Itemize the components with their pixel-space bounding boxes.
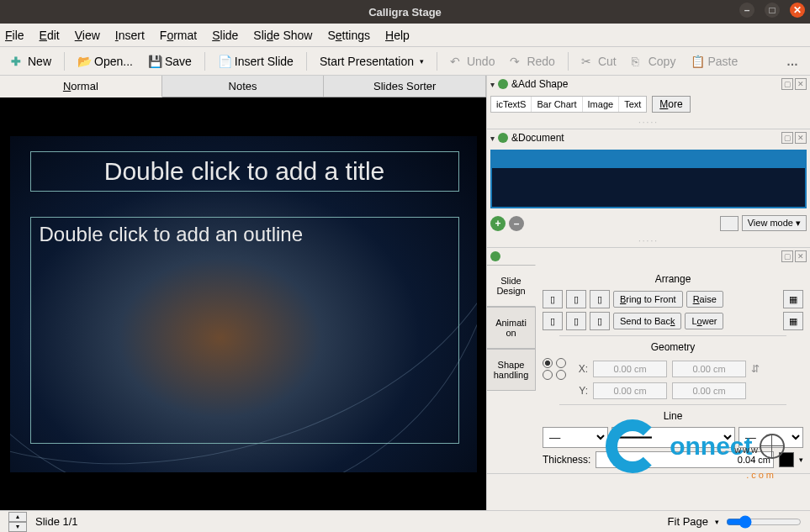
open-label: Open... bbox=[94, 55, 133, 68]
insert-slide-button[interactable]: Insert Slide bbox=[212, 51, 299, 71]
window-maximize-button[interactable]: □ bbox=[765, 3, 780, 18]
tab-notes[interactable]: Notes bbox=[162, 76, 325, 97]
start-presentation-button[interactable]: Start Presentation▾ bbox=[314, 51, 430, 71]
window-title: Calligra Stage bbox=[368, 6, 442, 18]
menu-format[interactable]: Format bbox=[160, 29, 197, 42]
panel-add-shape-title: &Add Shape bbox=[511, 78, 568, 90]
add-slide-button[interactable]: + bbox=[490, 216, 506, 231]
toolbar-separator bbox=[306, 52, 307, 71]
outline-placeholder[interactable]: Double click to add an outline bbox=[30, 217, 459, 444]
send-to-back-button[interactable]: Send to Back bbox=[613, 313, 681, 329]
line-start-cap-select[interactable]: — bbox=[543, 427, 608, 448]
lower-button[interactable]: Lower bbox=[685, 313, 723, 329]
insert-slide-label: Insert Slide bbox=[235, 55, 294, 68]
copy-button[interactable]: Copy bbox=[626, 51, 682, 71]
align-top-button[interactable]: ▯ bbox=[543, 312, 563, 330]
more-shapes-button[interactable]: More bbox=[652, 96, 690, 113]
remove-slide-button[interactable]: – bbox=[509, 216, 524, 231]
lock-aspect-icon[interactable]: ⇵ bbox=[751, 363, 760, 375]
toolbar-separator bbox=[437, 52, 437, 71]
scroll-up-button[interactable]: ▴ bbox=[8, 512, 27, 522]
anchor-grid[interactable] bbox=[543, 358, 568, 380]
panel-float-button[interactable]: ▢ bbox=[781, 132, 793, 144]
open-icon bbox=[77, 55, 91, 68]
save-button[interactable]: Save bbox=[142, 51, 198, 71]
align-center-button[interactable]: ▯ bbox=[566, 290, 586, 308]
redo-button[interactable]: Redo bbox=[504, 51, 560, 71]
start-presentation-label: Start Presentation bbox=[320, 55, 414, 68]
zoom-mode-label[interactable]: Fit Page bbox=[668, 515, 708, 528]
shape-image[interactable]: Image bbox=[583, 97, 620, 112]
view-mode-label: View mode bbox=[748, 218, 793, 228]
toolbar-overflow-button[interactable]: … bbox=[780, 55, 805, 68]
shape-bar-chart[interactable]: Bar Chart bbox=[532, 97, 582, 112]
tab-shape-handling[interactable]: Shapehandling bbox=[487, 349, 536, 391]
shape-artistic-text[interactable]: icTextS bbox=[491, 97, 532, 112]
collapse-icon[interactable]: ▾ bbox=[490, 80, 495, 89]
window-titlebar: Calligra Stage – □ ✕ bbox=[0, 0, 810, 24]
tab-slide-design[interactable]: Slide Design bbox=[487, 265, 536, 307]
toolbar-separator bbox=[568, 52, 569, 71]
menu-slideshow[interactable]: Slide Show bbox=[253, 29, 312, 42]
menu-insert[interactable]: Insert bbox=[115, 29, 145, 42]
tab-animation[interactable]: Animation bbox=[487, 307, 536, 349]
window-minimize-button[interactable]: – bbox=[739, 3, 754, 18]
zoom-slider[interactable] bbox=[726, 515, 802, 529]
panel-grip[interactable]: ····· bbox=[487, 234, 810, 247]
shape-text[interactable]: Text bbox=[619, 97, 646, 112]
view-mode-select[interactable]: View mode ▾ bbox=[742, 215, 807, 231]
dropdown-icon[interactable]: ▾ bbox=[799, 456, 803, 464]
ungroup-button[interactable]: ▦ bbox=[783, 312, 803, 330]
panel-grip[interactable]: ····· bbox=[487, 116, 810, 129]
group-button[interactable]: ▦ bbox=[783, 290, 803, 308]
panel-float-button[interactable]: ▢ bbox=[781, 250, 793, 262]
height-input[interactable] bbox=[672, 382, 746, 399]
slide-canvas-area[interactable]: Double click to add a title Double click… bbox=[0, 97, 486, 510]
doc-aux-button[interactable] bbox=[720, 216, 739, 231]
menu-file[interactable]: File bbox=[5, 29, 24, 42]
line-style-select[interactable]: ━━━━━ bbox=[611, 427, 735, 448]
cut-button[interactable]: Cut bbox=[575, 51, 622, 71]
save-label: Save bbox=[165, 55, 192, 68]
title-placeholder[interactable]: Double click to add a title bbox=[30, 151, 459, 192]
menu-view[interactable]: View bbox=[75, 29, 100, 42]
menu-edit[interactable]: Edit bbox=[40, 29, 60, 42]
tab-slides-sorter[interactable]: Slides Sorter bbox=[324, 76, 486, 97]
menu-bar: File Edit View Insert Format Slide Slide… bbox=[0, 24, 810, 47]
slide[interactable]: Double click to add a title Double click… bbox=[10, 136, 477, 472]
new-button[interactable]: New bbox=[5, 51, 57, 71]
undo-button[interactable]: Undo bbox=[444, 51, 500, 71]
panel-close-button[interactable]: ✕ bbox=[795, 250, 807, 262]
window-close-button[interactable]: ✕ bbox=[790, 3, 805, 18]
line-color-swatch[interactable] bbox=[779, 452, 794, 467]
panel-close-button[interactable]: ✕ bbox=[795, 132, 807, 144]
open-button[interactable]: Open... bbox=[71, 51, 139, 71]
x-input[interactable] bbox=[593, 361, 667, 377]
cut-label: Cut bbox=[598, 55, 617, 68]
bring-to-front-button[interactable]: Bring to Front bbox=[613, 291, 683, 308]
paste-button[interactable]: Paste bbox=[685, 51, 744, 71]
panel-close-button[interactable]: ✕ bbox=[795, 78, 807, 90]
y-input[interactable] bbox=[593, 382, 667, 399]
menu-slide[interactable]: Slide bbox=[212, 29, 238, 42]
new-label: New bbox=[28, 55, 51, 68]
thickness-input[interactable] bbox=[596, 451, 774, 468]
tab-sorter-label: Slides Sorter bbox=[373, 80, 436, 92]
tab-notes-label: Notes bbox=[229, 80, 257, 92]
align-bottom-button[interactable]: ▯ bbox=[590, 312, 610, 330]
panel-float-button[interactable]: ▢ bbox=[781, 78, 793, 90]
document-thumbnail[interactable] bbox=[490, 150, 807, 208]
tab-normal[interactable]: Normal bbox=[0, 76, 162, 97]
collapse-icon[interactable]: ▾ bbox=[490, 134, 495, 143]
scroll-down-button[interactable]: ▾ bbox=[8, 522, 27, 532]
line-end-cap-select[interactable]: — bbox=[739, 427, 804, 448]
undo-label: Undo bbox=[467, 55, 495, 68]
align-middle-button[interactable]: ▯ bbox=[566, 312, 586, 330]
width-input[interactable] bbox=[672, 361, 746, 377]
dropdown-icon[interactable]: ▾ bbox=[715, 518, 719, 526]
menu-help[interactable]: Help bbox=[385, 29, 410, 42]
raise-button[interactable]: Raise bbox=[686, 291, 723, 308]
menu-settings[interactable]: Settings bbox=[327, 29, 370, 42]
align-right-button[interactable]: ▯ bbox=[590, 290, 610, 308]
align-left-button[interactable]: ▯ bbox=[543, 290, 563, 308]
